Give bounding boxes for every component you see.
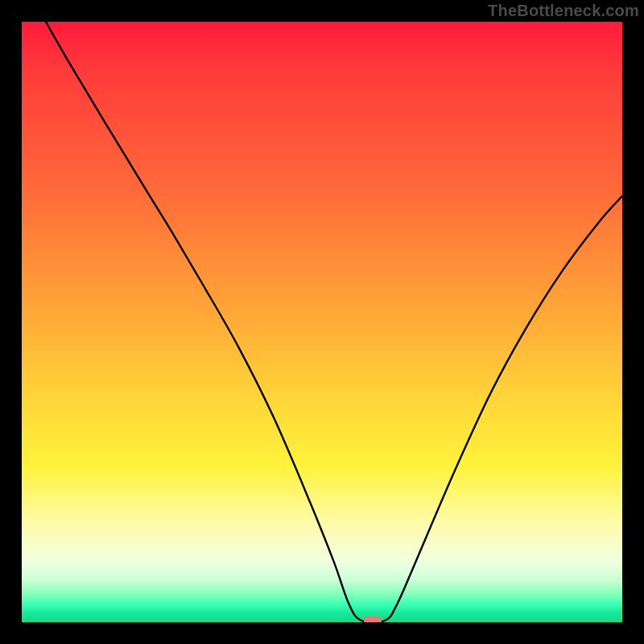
chart-frame: TheBottleneck.com xyxy=(0,0,644,644)
bottleneck-curve xyxy=(22,22,622,622)
minimum-marker xyxy=(364,616,382,622)
curve-path xyxy=(46,22,622,622)
watermark-label: TheBottleneck.com xyxy=(488,2,639,20)
plot-area xyxy=(22,22,622,622)
